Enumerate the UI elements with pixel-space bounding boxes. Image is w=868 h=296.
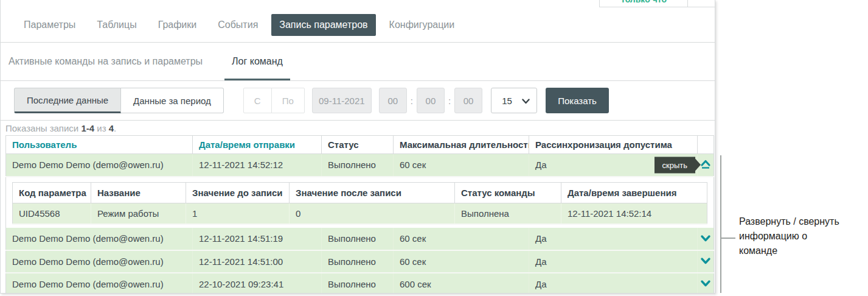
cell-status: Выполнено bbox=[322, 228, 394, 250]
tab-parameter-recording[interactable]: Запись параметров bbox=[271, 14, 375, 36]
header-finished-datetime: Дата/время завершения bbox=[561, 182, 707, 203]
cell-user: Demo Demo Demo (demo@owen.ru) bbox=[6, 273, 193, 294]
from-to-group: С По bbox=[243, 88, 305, 113]
header-value-before: Значение до записи bbox=[186, 182, 290, 203]
cell-user: Demo Demo Demo (demo@owen.ru) bbox=[6, 154, 193, 177]
main-tabbar: Параметры Таблицы Графики События Запись… bbox=[1, 7, 715, 43]
expand-row-cell[interactable] bbox=[698, 250, 714, 273]
chevron-up-collapse-icon[interactable] bbox=[700, 159, 711, 171]
subtab-active-commands[interactable]: Активные команды на запись и параметры bbox=[1, 43, 210, 80]
page-size-select[interactable]: 15 bbox=[491, 88, 537, 113]
header-expander bbox=[698, 136, 714, 154]
sub-tabbar: Активные команды на запись и параметры Л… bbox=[1, 43, 715, 81]
records-info-prefix: Показаны записи bbox=[5, 123, 78, 133]
cell-sent: 12-11-2021 14:51:00 bbox=[193, 250, 322, 273]
cell-status: Выполнено bbox=[322, 154, 394, 177]
last-update-text: Только что bbox=[600, 0, 687, 4]
expand-row-cell[interactable] bbox=[698, 273, 714, 294]
cell-user: Demo Demo Demo (demo@owen.ru) bbox=[6, 228, 193, 250]
annotation-tick-line bbox=[720, 238, 735, 239]
content-panel: Только что Параметры Таблицы Графики Соб… bbox=[0, 0, 715, 294]
tab-charts[interactable]: Графики bbox=[150, 14, 205, 36]
period-data-toggle[interactable]: Данные за период bbox=[121, 88, 224, 113]
chevron-down-expand-icon[interactable] bbox=[700, 256, 711, 267]
cell-value-after: 0 bbox=[290, 203, 455, 224]
tab-configurations[interactable]: Конфигурации bbox=[381, 14, 463, 36]
records-info-of: из bbox=[97, 123, 106, 133]
annotation-line: Развернуть / свернуть bbox=[739, 214, 839, 229]
cell-command-status: Выполнена bbox=[455, 203, 561, 224]
page-size-value: 15 bbox=[502, 96, 512, 106]
cell-duration: 60 сек bbox=[394, 250, 529, 273]
header-value-after: Значение после записи bbox=[290, 182, 455, 203]
command-log-table: Пользователь Дата/время отправки Статус … bbox=[5, 135, 714, 294]
cell-value-before: 1 bbox=[186, 203, 290, 224]
data-mode-toggle: Последние данные Данные за период bbox=[14, 88, 224, 113]
last-update-cell: Только что bbox=[599, 0, 688, 7]
table-row: Demo Demo Demo (demo@owen.ru) 12-11-2021… bbox=[6, 154, 714, 177]
last-data-toggle[interactable]: Последние данные bbox=[14, 88, 121, 113]
header-status: Статус bbox=[322, 136, 394, 154]
header-sent-datetime[interactable]: Дата/время отправки bbox=[193, 136, 322, 154]
records-info-dot: . bbox=[114, 123, 116, 133]
table-row: Demo Demo Demo (demo@owen.ru) 12-11-2021… bbox=[6, 250, 714, 273]
header-desync-allowed: Рассинхронизация допустима bbox=[529, 136, 698, 154]
expanded-detail-row: Код параметра Название Значение до запис… bbox=[6, 177, 714, 228]
header-param-code: Код параметра bbox=[13, 182, 91, 203]
annotation-line: команде bbox=[739, 244, 839, 258]
time-group: 00 : 00 : 00 bbox=[379, 88, 482, 113]
hours-input[interactable]: 00 bbox=[379, 88, 407, 113]
header-user[interactable]: Пользователь bbox=[6, 136, 193, 154]
date-input[interactable]: 09-11-2021 bbox=[312, 88, 372, 113]
header-param-name: Название bbox=[91, 182, 186, 203]
show-button[interactable]: Показать bbox=[546, 88, 609, 113]
cell-desync: Да bbox=[529, 273, 698, 294]
records-info-range: 1-4 bbox=[81, 123, 94, 133]
chevron-down-expand-icon[interactable] bbox=[700, 234, 711, 244]
annotation-callout: Развернуть / свернуть информацию о коман… bbox=[739, 214, 839, 258]
from-button[interactable]: С bbox=[244, 88, 272, 113]
expand-row-cell[interactable] bbox=[698, 228, 714, 250]
chevron-down-expand-icon[interactable] bbox=[700, 279, 711, 289]
chevron-down-icon bbox=[522, 96, 530, 106]
records-info: Показаны записи 1-4 из 4. bbox=[1, 120, 715, 133]
tab-events[interactable]: События bbox=[210, 14, 266, 36]
to-button[interactable]: По bbox=[272, 88, 304, 113]
screenshot-root: Только что Параметры Таблицы Графики Соб… bbox=[0, 0, 868, 296]
cell-user: Demo Demo Demo (demo@owen.ru) bbox=[6, 250, 193, 273]
seconds-input[interactable]: 00 bbox=[454, 88, 482, 113]
command-detail-table: Код параметра Название Значение до запис… bbox=[12, 182, 707, 225]
detail-header-row: Код параметра Название Значение до запис… bbox=[13, 182, 707, 203]
detail-data-row: UID45568 Режим работы 1 0 Выполнена 12-1… bbox=[13, 203, 707, 224]
cell-sent: 22-10-2021 09:23:41 bbox=[193, 273, 322, 294]
cell-duration: 60 сек bbox=[394, 228, 529, 250]
subtab-command-log[interactable]: Лог команд bbox=[224, 43, 290, 80]
time-separator: : bbox=[407, 96, 417, 106]
cell-desync: Да bbox=[529, 250, 698, 273]
table-row: Demo Demo Demo (demo@owen.ru) 22-10-2021… bbox=[6, 273, 714, 294]
table-header-row: Пользователь Дата/время отправки Статус … bbox=[6, 136, 714, 154]
cell-sent: 12-11-2021 14:51:19 bbox=[193, 228, 322, 250]
hide-tooltip[interactable]: скрыть bbox=[654, 157, 696, 173]
cell-duration: 600 сек bbox=[394, 273, 529, 294]
tab-tables[interactable]: Таблицы bbox=[89, 14, 144, 36]
annotation-line: информацию о bbox=[739, 229, 839, 244]
header-command-status: Статус команды bbox=[455, 182, 561, 203]
cell-param-name: Режим работы bbox=[91, 203, 186, 224]
minutes-input[interactable]: 00 bbox=[417, 88, 445, 113]
cell-duration: 60 сек bbox=[394, 154, 529, 177]
tab-parameters[interactable]: Параметры bbox=[16, 14, 83, 36]
cutoff-table-fragment: Только что bbox=[599, 0, 715, 7]
cell-desync: Да bbox=[529, 228, 698, 250]
records-info-total: 4 bbox=[109, 123, 114, 133]
filter-bar: Последние данные Данные за период С По 0… bbox=[1, 81, 715, 120]
collapse-row-cell[interactable]: скрыть bbox=[698, 154, 714, 177]
cell-sent: 12-11-2021 14:52:12 bbox=[193, 154, 322, 177]
table-row: Demo Demo Demo (demo@owen.ru) 12-11-2021… bbox=[6, 228, 714, 250]
time-separator: : bbox=[445, 96, 454, 106]
cell-finished-datetime: 12-11-2021 14:52:14 bbox=[561, 203, 707, 224]
header-max-duration: Максимальная длительность bbox=[394, 136, 529, 154]
cell-param-code: UID45568 bbox=[13, 203, 91, 224]
annotation-bracket-line bbox=[720, 155, 721, 293]
cell-status: Выполнено bbox=[322, 273, 394, 294]
